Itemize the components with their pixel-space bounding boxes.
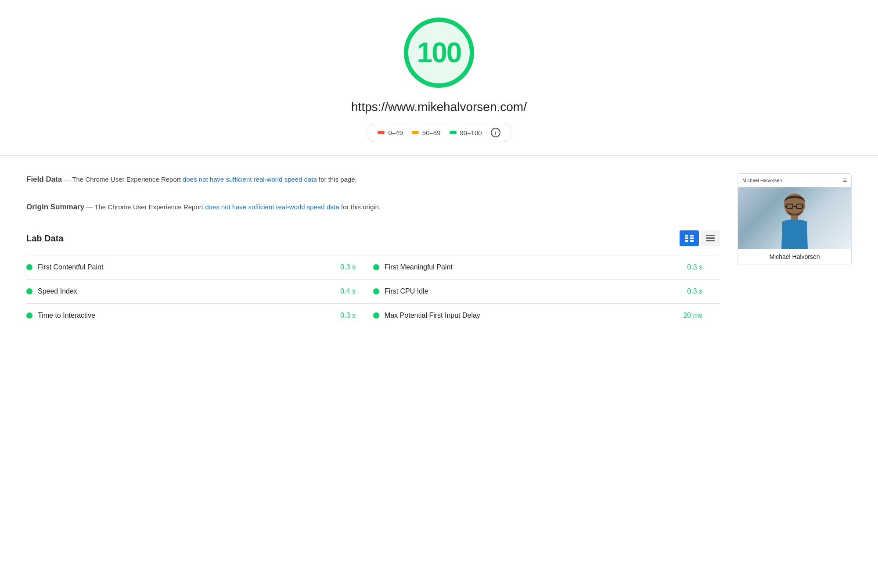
preview-menu-icon[interactable]: ≡	[843, 176, 847, 184]
metric-left-1: First Contentful Paint 0.3 s	[26, 263, 373, 271]
field-data-link[interactable]: does not have sufficient real-world spee…	[183, 176, 317, 183]
metric-dot-fci	[373, 288, 379, 294]
orange-dot	[412, 131, 419, 134]
legend-bar: 0–49 50–89 90–100 i	[367, 123, 511, 142]
right-content: Michael Halvorsen ≡	[738, 173, 852, 327]
preview-site-name: Michael Halvorsen	[742, 178, 782, 183]
lab-data-header: Lab Data	[26, 230, 720, 246]
origin-summary-dash: —	[86, 203, 94, 211]
origin-summary-paragraph: Origin Summary — The Chrome User Experie…	[26, 201, 720, 213]
svg-rect-6	[706, 235, 715, 236]
metric-row-1: First Contentful Paint 0.3 s First Meani…	[26, 255, 720, 279]
metric-dot-tti	[26, 312, 32, 319]
origin-summary-title: Origin Summary	[26, 203, 84, 211]
lab-data-title: Lab Data	[26, 233, 63, 244]
svg-rect-3	[690, 237, 694, 239]
legend-red: 0–49	[378, 129, 403, 136]
legend-orange: 50–89	[412, 129, 441, 136]
metric-name-tti: Time to Interactive	[38, 312, 335, 319]
metric-name-fmp: First Meaningful Paint	[385, 263, 682, 271]
svg-rect-2	[685, 237, 688, 239]
metric-right-1: First Meaningful Paint 0.3 s	[373, 263, 720, 271]
list-view-button[interactable]	[701, 230, 720, 246]
metric-row-3: Time to Interactive 0.3 s Max Potential …	[26, 303, 720, 327]
metric-name-fcp: First Contentful Paint	[38, 263, 335, 271]
top-divider	[0, 155, 878, 156]
score-value: 100	[417, 36, 461, 69]
legend-green-label: 90–100	[460, 129, 482, 136]
legend-orange-label: 50–89	[422, 129, 441, 136]
preview-header: Michael Halvorsen ≡	[738, 174, 851, 187]
metric-right-3: Max Potential First Input Delay 20 ms	[373, 312, 720, 319]
top-section: 100 https://www.mikehalvorsen.com/ 0–49 …	[0, 0, 878, 155]
grid-icon	[685, 235, 694, 242]
metric-left-2: Speed Index 0.4 s	[26, 287, 373, 295]
svg-rect-8	[706, 240, 715, 241]
metric-value-si: 0.4 s	[340, 287, 373, 295]
view-toggle	[680, 230, 720, 246]
grid-view-button[interactable]	[680, 230, 699, 246]
metric-name-mpfid: Max Potential First Input Delay	[385, 312, 678, 319]
metric-value-tti: 0.3 s	[340, 312, 373, 319]
person-svg	[773, 192, 817, 249]
green-dot	[450, 131, 457, 134]
origin-summary-text-after: for this origin.	[341, 203, 381, 211]
metric-dot-mpfid	[373, 312, 379, 319]
metric-name-fci: First CPU Idle	[385, 287, 682, 295]
metric-dot-fmp	[373, 264, 379, 270]
svg-rect-4	[685, 240, 688, 242]
info-icon[interactable]: i	[491, 128, 500, 137]
origin-summary-link[interactable]: does not have sufficient real-world spee…	[205, 203, 339, 211]
metric-name-si: Speed Index	[38, 287, 335, 295]
svg-rect-7	[706, 237, 715, 239]
metric-value-fmp: 0.3 s	[687, 263, 720, 271]
red-dot	[378, 131, 385, 134]
field-data-text-after: for this page.	[319, 176, 357, 183]
preview-caption: Michael Halvorsen	[738, 249, 851, 265]
metric-value-fci: 0.3 s	[687, 287, 720, 295]
svg-rect-1	[690, 235, 694, 237]
field-data-section: Field Data — The Chrome User Experience …	[26, 173, 720, 185]
main-content: Field Data — The Chrome User Experience …	[0, 173, 878, 327]
metric-right-2: First CPU Idle 0.3 s	[373, 287, 720, 295]
field-data-title: Field Data	[26, 175, 62, 183]
svg-rect-0	[685, 235, 688, 237]
legend-green: 90–100	[450, 129, 482, 136]
score-circle: 100	[404, 18, 474, 88]
field-data-dash: —	[64, 176, 72, 183]
site-url: https://www.mikehalvorsen.com/	[351, 100, 527, 114]
list-icon	[706, 235, 715, 242]
left-content: Field Data — The Chrome User Experience …	[26, 173, 720, 327]
field-data-paragraph: Field Data — The Chrome User Experience …	[26, 173, 720, 185]
field-data-text-before: The Chrome User Experience Report	[72, 176, 181, 183]
metric-left-3: Time to Interactive 0.3 s	[26, 312, 373, 319]
preview-card: Michael Halvorsen ≡	[738, 173, 852, 265]
origin-summary-section: Origin Summary — The Chrome User Experie…	[26, 201, 720, 213]
metrics-grid: First Contentful Paint 0.3 s First Meani…	[26, 255, 720, 327]
metric-value-fcp: 0.3 s	[340, 263, 373, 271]
origin-summary-text-before: The Chrome User Experience Report	[94, 203, 203, 211]
metric-dot-fcp	[26, 264, 32, 270]
svg-rect-5	[690, 240, 694, 242]
metric-value-mpfid: 20 ms	[683, 312, 720, 319]
lab-data-section: Lab Data	[26, 230, 720, 327]
metric-row-2: Speed Index 0.4 s First CPU Idle 0.3 s	[26, 279, 720, 303]
metric-dot-si	[26, 288, 32, 294]
preview-image	[738, 187, 851, 249]
info-label: i	[495, 129, 497, 136]
legend-red-label: 0–49	[388, 129, 403, 136]
